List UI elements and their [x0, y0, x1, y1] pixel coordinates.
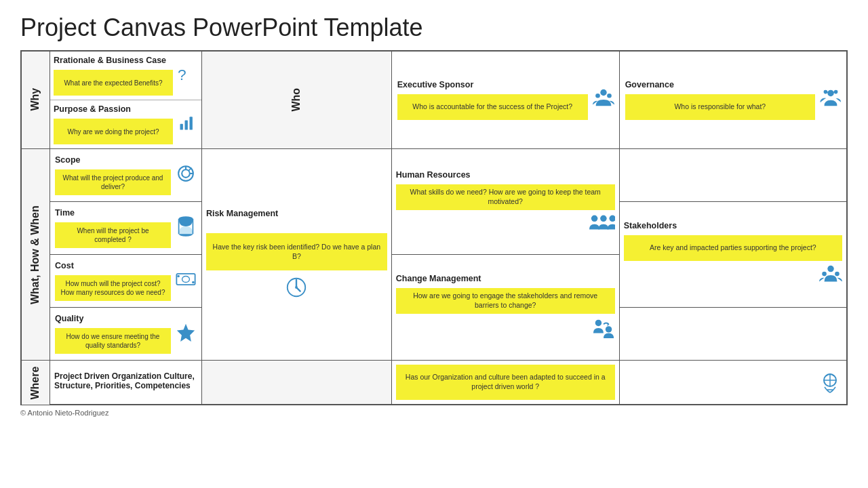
scope-icon [175, 163, 197, 188]
rationale-icon: ? [176, 64, 198, 87]
where-label: Where [21, 361, 50, 405]
time-icon [175, 216, 197, 241]
svg-point-16 [591, 216, 597, 222]
svg-point-31 [605, 326, 611, 332]
svg-text:?: ? [178, 65, 186, 83]
where-question: Has our Organization and culture been ad… [396, 365, 615, 400]
governance-question: Who is responsible for what? [625, 94, 815, 120]
scope-title: Scope [55, 155, 171, 165]
svg-rect-2 [184, 120, 187, 129]
svg-point-29 [192, 281, 195, 283]
rationale-title: Rrationale & Business Case [54, 56, 173, 65]
quality-icon [175, 323, 197, 346]
hr-question: What skills do we need? How are we going… [396, 184, 615, 210]
svg-point-6 [607, 93, 612, 98]
cost-title: Cost [55, 261, 171, 270]
change-mgmt-title: Change Management [396, 274, 615, 283]
svg-rect-1 [180, 123, 182, 129]
rationale-question: What are the expected Benefits? [54, 70, 173, 96]
time-cell: Time When will the project be completed … [50, 202, 202, 255]
exec-sponsor-icon [592, 87, 614, 114]
svg-point-27 [182, 276, 189, 282]
svg-point-17 [600, 216, 607, 222]
stakeholders-cell: Stakeholders Are key and impacted partie… [619, 202, 847, 308]
quality-question: How do we ensure meeting the quality sta… [55, 328, 171, 354]
quality-cell: Quality How do we ensure meeting the qua… [50, 308, 202, 361]
svg-point-18 [609, 216, 615, 222]
purpose-title: Purpose & Passion [54, 104, 173, 114]
svg-point-23 [827, 266, 833, 272]
svg-point-11 [182, 169, 190, 178]
where-question-cell: Has our Organization and culture been ad… [391, 361, 619, 405]
purpose-icon [176, 113, 198, 136]
where-who-spacer [201, 361, 391, 405]
copyright: © Antonio Nieto-Rodriguez [20, 409, 848, 417]
svg-point-5 [595, 93, 600, 98]
risk-cell: Risk Management Have the key risk been i… [201, 149, 391, 361]
where-org-title: Project Driven Organization Culture, Str… [54, 371, 197, 390]
exec-sponsor-title: Executive Sponsor [397, 80, 588, 89]
where-icon-cell [619, 361, 847, 405]
time-title: Time [55, 208, 171, 218]
change-management-cell: Change Management How are we going to en… [391, 255, 619, 361]
what-label: What, How & When [21, 149, 50, 361]
exec-sponsor-question: Who is accountable for the success of th… [397, 94, 588, 120]
purpose-question: Why are we doing the project? [54, 119, 173, 144]
cost-icon [175, 272, 197, 290]
svg-point-30 [595, 320, 601, 326]
scope-cell: Scope What will the project produce and … [50, 149, 202, 202]
executive-sponsor-cell: Executive Sponsor Who is accountable for… [391, 51, 619, 149]
time-question: When will the project be completed ? [55, 222, 171, 248]
risk-title: Risk Management [206, 209, 387, 218]
stakeholders-title: Stakeholders [624, 221, 842, 230]
svg-rect-3 [189, 117, 192, 129]
why-left-column: Rrationale & Business Case What are the … [50, 51, 202, 149]
who-label: Who [201, 51, 391, 149]
human-resources-cell: Human Resources What skills do we need? … [391, 149, 619, 255]
governance-title: Governance [625, 80, 815, 89]
page-title: Project Canvas PowerPoint Template [20, 14, 848, 42]
scope-question: What will the project produce and delive… [55, 169, 171, 195]
risk-question: Have the key risk been identified? Do we… [206, 233, 387, 270]
where-org-cell: Project Driven Organization Culture, Str… [50, 361, 202, 405]
svg-marker-32 [177, 323, 195, 341]
governance-icon [819, 87, 841, 114]
svg-point-24 [822, 272, 827, 277]
procurement-cell [619, 308, 847, 361]
svg-point-15 [295, 286, 298, 289]
change-mgmt-question: How are we going to engage the stakehold… [396, 288, 615, 314]
svg-point-28 [177, 274, 180, 277]
governance-cell: Governance Who is responsible for what? [619, 51, 847, 149]
hr-title: Human Resources [396, 170, 615, 180]
svg-point-4 [600, 89, 606, 95]
canvas-table: Why Rrationale & Business Case What are … [20, 50, 848, 405]
svg-point-25 [835, 272, 840, 277]
stakeholders-question: Are key and impacted parties supporting … [624, 235, 842, 261]
why-label: Why [21, 51, 50, 149]
cost-cell: Cost How much will the project cost? How… [50, 255, 202, 308]
quality-title: Quality [55, 314, 171, 323]
cost-question: How much will the project cost? How many… [55, 275, 171, 301]
